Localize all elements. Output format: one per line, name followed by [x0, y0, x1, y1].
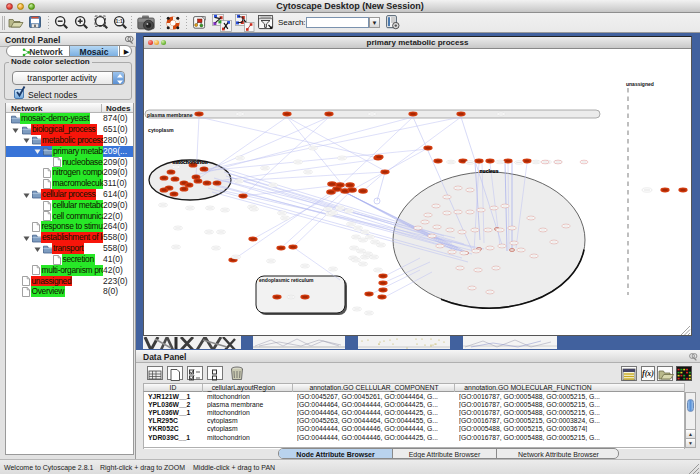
svg-text:mitochondrion: mitochondrion [173, 159, 208, 165]
svg-text:endoplasmic reticulum: endoplasmic reticulum [259, 277, 314, 283]
svg-text:nucleus: nucleus [480, 168, 499, 174]
svg-text:plasma membrane: plasma membrane [147, 112, 193, 118]
svg-text:unassigned: unassigned [626, 81, 654, 87]
svg-text:1:1: 1:1 [116, 18, 123, 24]
svg-text:cytoplasm: cytoplasm [148, 127, 174, 133]
